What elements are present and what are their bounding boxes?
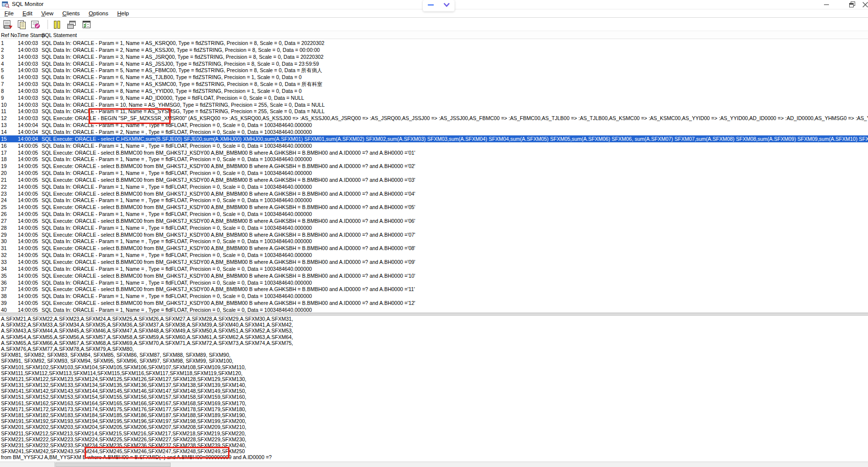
table-row[interactable]: 1314:00:04SQL Data In: ORACLE - Param = … — [0, 122, 868, 128]
restore-icon[interactable] — [848, 0, 856, 8]
horizontal-scrollbar[interactable] — [0, 462, 868, 467]
cell-ref-no: 31 — [1, 245, 7, 251]
table-row[interactable]: 2114:00:05SQL Execute: ORACLE - select B… — [0, 176, 868, 183]
minimize-icon[interactable] — [822, 0, 830, 8]
sql-text-line: from BM_YYSFXJ A,BM_YYSFXM B where A.BMB… — [0, 454, 868, 460]
table-row[interactable]: 2814:00:05SQL Data In: ORACLE - Param = … — [0, 224, 868, 231]
table-row[interactable]: 1114:00:03SQL Data In: ORACLE - Param = … — [0, 108, 868, 115]
cell-time-stamp: 14:00:03 — [18, 108, 38, 114]
table-row[interactable]: 1714:00:05SQL Execute: ORACLE - select B… — [0, 149, 868, 156]
cell-time-stamp: 14:00:05 — [18, 184, 38, 190]
clear-log-icon[interactable] — [2, 19, 13, 30]
cell-ref-no: 14 — [1, 129, 7, 135]
table-row[interactable]: 1814:00:05SQL Data In: ORACLE - Param = … — [0, 156, 868, 163]
table-row[interactable]: 1614:00:05SQL Data In: ORACLE - Param = … — [0, 142, 868, 149]
table-row[interactable]: 3414:00:05SQL Data In: ORACLE - Param = … — [0, 265, 868, 272]
sql-text-line: SFXM121,SFXM122,SFXM123,SFXM124,SFXM125,… — [0, 376, 868, 382]
toolbar — [0, 18, 868, 31]
cell-ref-no: 8 — [1, 88, 4, 94]
sql-text-pane: A.SFXM21,A.SFXM22,A.SFXM23,A.SFXM24,A.SF… — [0, 316, 868, 462]
cell-time-stamp: 14:00:05 — [18, 177, 38, 183]
table-row[interactable]: 1514:00:04SQL Execute: ORACLE - select C… — [0, 135, 868, 142]
table-row[interactable]: 1914:00:05SQL Execute: ORACLE - select B… — [0, 163, 868, 170]
table-row[interactable]: 1014:00:03SQL Data In: ORACLE - Param = … — [0, 101, 868, 108]
table-row[interactable]: 2414:00:05SQL Data In: ORACLE - Param = … — [0, 197, 868, 204]
sql-text-line: SFXM231,SFXM232,SFXM233,SFXM234,SFXM235,… — [0, 442, 868, 448]
menu-item-file[interactable]: File — [0, 10, 18, 16]
cell-sql-statement: SQL Execute: ORACLE - select B.BMMC00 fr… — [42, 177, 868, 183]
cell-sql-statement: SQL Data In: ORACLE - Param = 6, Name = … — [42, 74, 868, 80]
table-row[interactable]: 714:00:03SQL Data In: ORACLE - Param = 7… — [0, 81, 868, 87]
table-row[interactable]: 514:00:03SQL Data In: ORACLE - Param = 5… — [0, 67, 868, 74]
table-row[interactable]: 2614:00:05SQL Data In: ORACLE - Param = … — [0, 211, 868, 217]
table-row[interactable]: 4014:00:05SQL Data In: ORACLE - Param = … — [0, 306, 868, 313]
column-header-ref[interactable]: Ref No. — [1, 32, 19, 38]
cell-time-stamp: 14:00:03 — [18, 115, 38, 121]
table-row[interactable]: 3714:00:05SQL Execute: ORACLE - select B… — [0, 286, 868, 293]
table-row[interactable]: 3314:00:05SQL Execute: ORACLE - select B… — [0, 258, 868, 265]
table-row[interactable]: 2014:00:05SQL Data In: ORACLE - Param = … — [0, 170, 868, 176]
cell-sql-statement: SQL Data In: ORACLE - Param = 5, Name = … — [42, 67, 868, 74]
table-row[interactable]: 2314:00:05SQL Execute: ORACLE - select B… — [0, 190, 868, 197]
table-row[interactable]: 314:00:03SQL Data In: ORACLE - Param = 3… — [0, 53, 868, 60]
scrollbar-thumb[interactable] — [55, 463, 171, 467]
cell-sql-statement: SQL Data In: ORACLE - Param = 1, Name = … — [42, 184, 868, 190]
column-header-time[interactable]: Time Stamp — [17, 32, 45, 38]
table-row[interactable]: 814:00:03SQL Data In: ORACLE - Param = 8… — [0, 87, 868, 94]
cell-sql-statement: SQL Data In: ORACLE - Param = 1, Name = … — [42, 197, 868, 203]
cell-ref-no: 37 — [1, 286, 7, 292]
table-row[interactable]: 2914:00:05SQL Execute: ORACLE - select B… — [0, 231, 868, 238]
table-row[interactable]: 214:00:03SQL Data In: ORACLE - Param = 2… — [0, 46, 868, 53]
cell-time-stamp: 14:00:05 — [18, 150, 38, 156]
table-row[interactable]: 914:00:03SQL Data In: ORACLE - Param = 9… — [0, 94, 868, 101]
cell-time-stamp: 14:00:03 — [18, 95, 38, 101]
cell-ref-no: 4 — [1, 61, 4, 67]
checklist-icon[interactable] — [81, 19, 92, 30]
table-row[interactable]: 3014:00:05SQL Data In: ORACLE - Param = … — [0, 238, 868, 245]
cell-sql-statement: SQL Data In: ORACLE - Param = 1, Name = … — [42, 170, 868, 176]
table-row[interactable]: 3614:00:05SQL Data In: ORACLE - Param = … — [0, 279, 868, 286]
table-row[interactable]: 3514:00:05SQL Execute: ORACLE - select B… — [0, 272, 868, 279]
cell-ref-no: 27 — [1, 218, 7, 224]
cell-ref-no: 20 — [1, 170, 7, 176]
pause-icon[interactable] — [51, 19, 62, 30]
cell-sql-statement: SQL Data In: ORACLE - Param = 4, Name = … — [42, 61, 868, 67]
cell-sql-statement: SQL Data In: ORACLE - Param = 11, Name =… — [42, 108, 868, 114]
menu-item-clients[interactable]: Clients — [58, 10, 84, 16]
sql-text-line: SFXM101,SFXM102,SFXM103,SFXM104,SFXM105,… — [0, 364, 868, 370]
table-row[interactable]: 3214:00:05SQL Data In: ORACLE - Param = … — [0, 252, 868, 258]
table-row[interactable]: 3814:00:05SQL Data In: ORACLE - Param = … — [0, 293, 868, 299]
sql-text-line: A.SFXM43,A.SFXM44,A.SFXM45,A.SFXM46,A.SF… — [0, 328, 868, 334]
menu-item-view[interactable]: View — [37, 10, 58, 16]
cascade-windows-icon[interactable] — [66, 19, 77, 30]
cell-ref-no: 30 — [1, 238, 7, 244]
sql-monitor-window: SQL Monitor — [0, 0, 868, 467]
menu-item-options[interactable]: Options — [84, 10, 113, 16]
minus-icon[interactable] — [427, 1, 434, 10]
pane-splitter[interactable] — [0, 313, 868, 315]
sql-text-line: A.SFXM21,A.SFXM22,A.SFXM23,A.SFXM24,A.SF… — [0, 316, 868, 322]
table-row[interactable]: 3114:00:05SQL Execute: ORACLE - select B… — [0, 245, 868, 252]
cell-sql-statement: SQL Data In: ORACLE - Param = 9, Name = … — [42, 95, 868, 101]
table-row[interactable]: 2714:00:05SQL Execute: ORACLE - select B… — [0, 217, 868, 224]
close-icon[interactable] — [861, 0, 868, 8]
table-row[interactable]: 2214:00:05SQL Data In: ORACLE - Param = … — [0, 183, 868, 190]
table-row[interactable]: 1414:00:04SQL Data In: ORACLE - Param = … — [0, 128, 868, 135]
cell-sql-statement: SQL Execute: ORACLE - select B.BMMC00 fr… — [42, 286, 868, 292]
cell-time-stamp: 14:00:03 — [18, 47, 38, 53]
table-row[interactable]: 114:00:03SQL Data In: ORACLE - Param = 1… — [0, 40, 868, 46]
edit-options-icon[interactable] — [30, 19, 41, 30]
table-row[interactable]: 1214:00:03SQL Execute: ORACLE - BEGIN "S… — [0, 115, 868, 122]
menu-item-edit[interactable]: Edit — [18, 10, 37, 16]
cell-sql-statement: SQL Execute: ORACLE - select B.BMMC00 fr… — [42, 245, 868, 251]
menu-item-help[interactable]: Help — [113, 10, 134, 16]
cell-sql-statement: SQL Data In: ORACLE - Param = 7, Name = … — [42, 81, 868, 87]
column-header-stmt[interactable]: SQL Statement — [42, 32, 77, 38]
table-row[interactable]: 2514:00:05SQL Execute: ORACLE - select B… — [0, 204, 868, 211]
table-row[interactable]: 414:00:03SQL Data In: ORACLE - Param = 4… — [0, 60, 868, 67]
chevron-down-icon[interactable] — [443, 1, 450, 10]
titlebar: SQL Monitor — [0, 0, 868, 9]
table-row[interactable]: 3914:00:05SQL Execute: ORACLE - select B… — [0, 299, 868, 306]
copy-icon[interactable] — [16, 19, 27, 30]
table-row[interactable]: 614:00:03SQL Data In: ORACLE - Param = 6… — [0, 74, 868, 81]
